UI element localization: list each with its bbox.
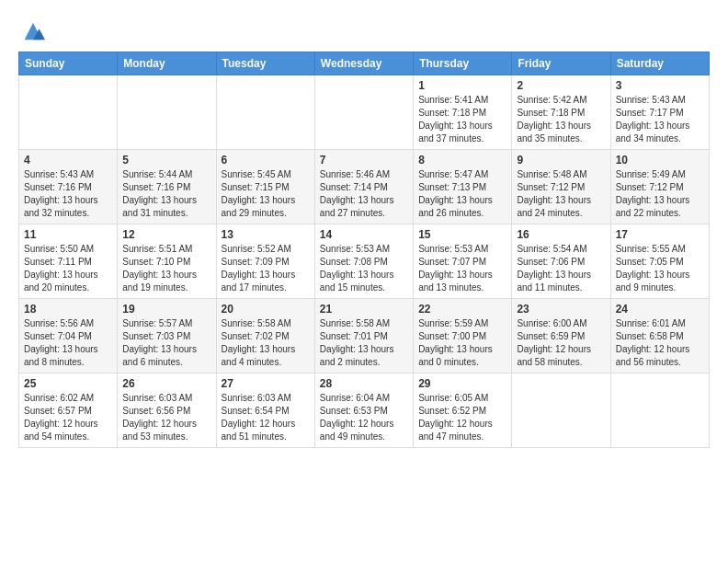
calendar-cell: 23Sunrise: 6:00 AMSunset: 6:59 PMDayligh…	[512, 299, 610, 373]
day-number: 8	[418, 154, 506, 167]
day-number: 19	[122, 303, 210, 316]
day-number: 20	[222, 303, 310, 316]
day-info: Sunrise: 5:50 AMSunset: 7:11 PMDaylight:…	[24, 243, 112, 294]
day-info: Sunrise: 5:43 AMSunset: 7:16 PMDaylight:…	[24, 168, 112, 220]
day-info: Sunrise: 5:58 AMSunset: 7:02 PMDaylight:…	[222, 317, 310, 369]
day-info: Sunrise: 5:55 AMSunset: 7:05 PMDaylight:…	[616, 243, 704, 294]
day-number: 21	[320, 303, 408, 316]
day-number: 23	[517, 303, 605, 316]
day-number: 9	[517, 154, 605, 167]
calendar-cell: 11Sunrise: 5:50 AMSunset: 7:11 PMDayligh…	[19, 224, 118, 299]
day-info: Sunrise: 6:01 AMSunset: 6:58 PMDaylight:…	[616, 317, 704, 369]
calendar-cell: 19Sunrise: 5:57 AMSunset: 7:03 PMDayligh…	[118, 299, 216, 373]
header	[18, 15, 710, 44]
calendar-cell: 27Sunrise: 6:03 AMSunset: 6:54 PMDayligh…	[216, 373, 314, 448]
day-number: 12	[122, 228, 210, 241]
day-number: 17	[616, 228, 704, 241]
weekday-header-row: SundayMondayTuesdayWednesdayThursdayFrid…	[19, 52, 710, 75]
calendar-cell: 24Sunrise: 6:01 AMSunset: 6:58 PMDayligh…	[610, 299, 709, 373]
calendar-cell	[610, 373, 709, 448]
day-info: Sunrise: 5:47 AMSunset: 7:13 PMDaylight:…	[418, 168, 506, 220]
weekday-header-saturday: Saturday	[610, 52, 709, 75]
day-info: Sunrise: 5:59 AMSunset: 7:00 PMDaylight:…	[418, 317, 506, 369]
day-number: 27	[222, 377, 310, 390]
calendar-cell: 18Sunrise: 5:56 AMSunset: 7:04 PMDayligh…	[19, 299, 118, 373]
day-info: Sunrise: 5:42 AMSunset: 7:18 PMDaylight:…	[517, 94, 605, 145]
day-number: 29	[418, 377, 506, 390]
calendar-cell: 7Sunrise: 5:46 AMSunset: 7:14 PMDaylight…	[314, 150, 413, 224]
calendar-cell: 5Sunrise: 5:44 AMSunset: 7:16 PMDaylight…	[118, 150, 216, 224]
calendar-cell: 29Sunrise: 6:05 AMSunset: 6:52 PMDayligh…	[414, 373, 512, 448]
logo	[18, 18, 46, 44]
weekday-header-sunday: Sunday	[19, 52, 118, 75]
calendar-cell: 22Sunrise: 5:59 AMSunset: 7:00 PMDayligh…	[414, 299, 512, 373]
weekday-header-thursday: Thursday	[414, 52, 512, 75]
day-number: 4	[24, 154, 112, 167]
day-number: 10	[616, 154, 704, 167]
page: SundayMondayTuesdayWednesdayThursdayFrid…	[0, 0, 728, 563]
day-number: 5	[122, 154, 210, 167]
calendar-cell: 1Sunrise: 5:41 AMSunset: 7:18 PMDaylight…	[414, 75, 512, 150]
weekday-header-wednesday: Wednesday	[314, 52, 413, 75]
week-row-5: 25Sunrise: 6:02 AMSunset: 6:57 PMDayligh…	[19, 373, 710, 448]
day-number: 11	[24, 228, 112, 241]
day-info: Sunrise: 5:45 AMSunset: 7:15 PMDaylight:…	[222, 168, 310, 220]
day-number: 7	[320, 154, 408, 167]
day-info: Sunrise: 6:03 AMSunset: 6:56 PMDaylight:…	[122, 392, 210, 443]
day-info: Sunrise: 5:44 AMSunset: 7:16 PMDaylight:…	[122, 168, 210, 220]
day-info: Sunrise: 5:49 AMSunset: 7:12 PMDaylight:…	[616, 168, 704, 220]
day-info: Sunrise: 5:53 AMSunset: 7:07 PMDaylight:…	[418, 243, 506, 294]
calendar-cell	[216, 75, 314, 150]
day-info: Sunrise: 5:52 AMSunset: 7:09 PMDaylight:…	[222, 243, 310, 294]
week-row-1: 1Sunrise: 5:41 AMSunset: 7:18 PMDaylight…	[19, 75, 710, 150]
calendar-cell	[512, 373, 610, 448]
calendar-cell: 26Sunrise: 6:03 AMSunset: 6:56 PMDayligh…	[118, 373, 216, 448]
day-number: 28	[320, 377, 408, 390]
day-info: Sunrise: 6:00 AMSunset: 6:59 PMDaylight:…	[517, 317, 605, 369]
day-info: Sunrise: 6:02 AMSunset: 6:57 PMDaylight:…	[24, 392, 112, 443]
title-block	[46, 15, 710, 17]
calendar-cell	[118, 75, 216, 150]
calendar-cell: 2Sunrise: 5:42 AMSunset: 7:18 PMDaylight…	[512, 75, 610, 150]
calendar-cell: 15Sunrise: 5:53 AMSunset: 7:07 PMDayligh…	[414, 224, 512, 299]
day-info: Sunrise: 5:56 AMSunset: 7:04 PMDaylight:…	[24, 317, 112, 369]
day-number: 15	[418, 228, 506, 241]
calendar-cell: 10Sunrise: 5:49 AMSunset: 7:12 PMDayligh…	[610, 150, 709, 224]
day-number: 25	[24, 377, 112, 390]
day-number: 13	[222, 228, 310, 241]
day-number: 14	[320, 228, 408, 241]
logo-icon	[20, 18, 46, 44]
day-info: Sunrise: 5:48 AMSunset: 7:12 PMDaylight:…	[517, 168, 605, 220]
calendar-cell: 25Sunrise: 6:02 AMSunset: 6:57 PMDayligh…	[19, 373, 118, 448]
week-row-2: 4Sunrise: 5:43 AMSunset: 7:16 PMDaylight…	[19, 150, 710, 224]
day-number: 22	[418, 303, 506, 316]
day-number: 1	[418, 79, 506, 92]
day-number: 6	[222, 154, 310, 167]
calendar-cell: 14Sunrise: 5:53 AMSunset: 7:08 PMDayligh…	[314, 224, 413, 299]
day-info: Sunrise: 5:41 AMSunset: 7:18 PMDaylight:…	[418, 94, 506, 145]
day-info: Sunrise: 5:58 AMSunset: 7:01 PMDaylight:…	[320, 317, 408, 369]
day-info: Sunrise: 5:54 AMSunset: 7:06 PMDaylight:…	[517, 243, 605, 294]
day-number: 26	[122, 377, 210, 390]
calendar-cell: 21Sunrise: 5:58 AMSunset: 7:01 PMDayligh…	[314, 299, 413, 373]
day-info: Sunrise: 6:03 AMSunset: 6:54 PMDaylight:…	[222, 392, 310, 443]
calendar-cell: 16Sunrise: 5:54 AMSunset: 7:06 PMDayligh…	[512, 224, 610, 299]
calendar-cell: 6Sunrise: 5:45 AMSunset: 7:15 PMDaylight…	[216, 150, 314, 224]
day-info: Sunrise: 6:05 AMSunset: 6:52 PMDaylight:…	[418, 392, 506, 443]
weekday-header-friday: Friday	[512, 52, 610, 75]
calendar-cell: 28Sunrise: 6:04 AMSunset: 6:53 PMDayligh…	[314, 373, 413, 448]
week-row-3: 11Sunrise: 5:50 AMSunset: 7:11 PMDayligh…	[19, 224, 710, 299]
day-number: 3	[616, 79, 704, 92]
weekday-header-monday: Monday	[118, 52, 216, 75]
calendar-table: SundayMondayTuesdayWednesdayThursdayFrid…	[18, 52, 710, 448]
week-row-4: 18Sunrise: 5:56 AMSunset: 7:04 PMDayligh…	[19, 299, 710, 373]
calendar-cell: 3Sunrise: 5:43 AMSunset: 7:17 PMDaylight…	[610, 75, 709, 150]
calendar-cell: 8Sunrise: 5:47 AMSunset: 7:13 PMDaylight…	[414, 150, 512, 224]
calendar-cell: 4Sunrise: 5:43 AMSunset: 7:16 PMDaylight…	[19, 150, 118, 224]
day-info: Sunrise: 5:46 AMSunset: 7:14 PMDaylight:…	[320, 168, 408, 220]
calendar-cell	[314, 75, 413, 150]
day-info: Sunrise: 6:04 AMSunset: 6:53 PMDaylight:…	[320, 392, 408, 443]
calendar-cell: 20Sunrise: 5:58 AMSunset: 7:02 PMDayligh…	[216, 299, 314, 373]
day-info: Sunrise: 5:51 AMSunset: 7:10 PMDaylight:…	[122, 243, 210, 294]
day-info: Sunrise: 5:57 AMSunset: 7:03 PMDaylight:…	[122, 317, 210, 369]
